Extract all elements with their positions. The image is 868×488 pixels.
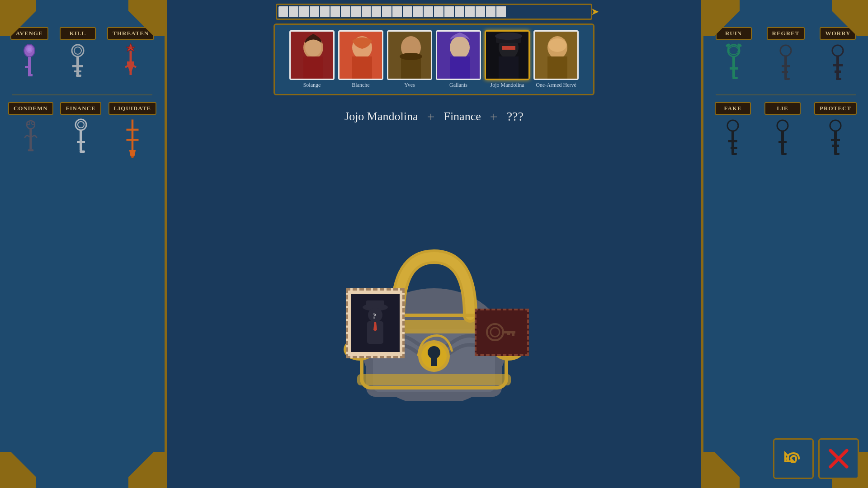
key-condemn-label: CONDEMN (8, 102, 53, 115)
padlock-svg (307, 211, 561, 401)
portrait-illustration-blanche (340, 32, 383, 80)
key-regret-label: REGRET (767, 27, 805, 40)
left-key-row-top: AVENGE KILL (5, 27, 160, 83)
character-card-jojo[interactable]: Jojo Mandolina (485, 30, 530, 89)
portrait-illustration-solange (291, 32, 335, 80)
svg-rect-110 (834, 153, 840, 155)
key-placeholder-icon (484, 319, 520, 346)
key-worry[interactable]: WORRY (820, 27, 856, 83)
character-portrait-jojo (485, 30, 530, 80)
svg-rect-93 (836, 56, 839, 78)
cancel-button[interactable] (818, 438, 859, 479)
padlock-area: ? (307, 124, 561, 488)
svg-rect-21 (28, 149, 33, 151)
key-protect-label: PROTECT (814, 102, 857, 115)
svg-rect-38 (352, 56, 372, 80)
svg-rect-11 (76, 75, 81, 77)
character-portrait-blanche (338, 30, 383, 80)
character-card-yves[interactable]: Yves (387, 30, 432, 89)
svg-rect-101 (731, 153, 737, 155)
character-card-herve[interactable]: One-Armed Hervé (533, 30, 579, 89)
svg-rect-107 (834, 131, 837, 153)
key-condemn[interactable]: CONDEMN (8, 102, 53, 158)
svg-text:?: ? (373, 312, 376, 320)
key-kill-icon (64, 42, 91, 83)
key-finance-icon (67, 117, 94, 158)
svg-point-55 (548, 38, 566, 52)
svg-rect-105 (781, 153, 787, 155)
svg-rect-94 (833, 64, 843, 66)
corner-decoration-br (128, 452, 165, 488)
key-liquidate-label: LIQUIDATE (108, 102, 156, 115)
svg-marker-14 (127, 61, 134, 74)
portrait-illustration-yves (388, 32, 432, 80)
svg-point-22 (75, 119, 86, 130)
svg-rect-104 (778, 141, 787, 143)
svg-rect-84 (732, 56, 735, 77)
puzzle-subject: Jojo Mandolina (344, 110, 418, 123)
character-card-blanche[interactable]: Blanche (338, 30, 383, 89)
key-fake-label: FAKE (715, 102, 751, 115)
character-card-gallants[interactable]: Gallants (436, 30, 481, 89)
key-protect[interactable]: PROTECT (814, 102, 857, 158)
character-area: Solange Blanche Yves Gallants Jojo Mando… (274, 23, 594, 95)
key-regret[interactable]: REGRET (767, 27, 805, 83)
svg-point-106 (830, 120, 841, 131)
svg-rect-100 (731, 147, 737, 149)
key-threaten[interactable]: THREATEN (107, 27, 154, 83)
character-portrait-gallants (436, 30, 481, 80)
puzzle-element: Finance (443, 110, 481, 123)
svg-rect-91 (784, 78, 790, 80)
svg-rect-80 (507, 331, 510, 335)
key-fake[interactable]: FAKE (715, 102, 751, 158)
key-threaten-icon (117, 42, 144, 83)
svg-point-23 (78, 122, 84, 128)
svg-rect-45 (450, 56, 470, 80)
left-key-row-bottom: CONDEMN FINANCE (5, 102, 160, 158)
key-lie-label: LIE (764, 102, 801, 115)
progress-bar-track (278, 6, 590, 17)
puzzle-info: Jojo Mandolina + Finance + ??? (344, 109, 524, 124)
svg-rect-96 (836, 78, 841, 80)
svg-rect-108 (831, 139, 840, 141)
svg-rect-79 (512, 331, 514, 336)
character-portrait-herve (533, 30, 579, 80)
svg-marker-12 (126, 43, 135, 52)
character-name-solange: Solange (303, 82, 321, 89)
progress-arrow: ➤ (591, 6, 599, 18)
progress-segments (278, 6, 590, 17)
key-liquidate[interactable]: LIQUIDATE (108, 102, 156, 158)
undo-button[interactable] (773, 438, 814, 479)
key-finance[interactable]: FINANCE (60, 102, 101, 158)
character-name-jojo: Jojo Mandolina (491, 82, 524, 89)
character-name-herve: One-Armed Hervé (536, 82, 576, 89)
mystery-stamp-inner: ? (351, 294, 400, 352)
key-avenge[interactable]: AVENGE (10, 27, 48, 83)
cancel-icon (825, 445, 852, 472)
svg-point-42 (400, 53, 422, 60)
svg-rect-4 (28, 74, 33, 76)
key-kill[interactable]: KILL (60, 27, 96, 83)
svg-rect-63 (431, 356, 437, 366)
key-ruin-icon (720, 42, 747, 83)
svg-rect-3 (25, 66, 29, 68)
svg-point-77 (491, 328, 500, 337)
svg-rect-25 (77, 141, 85, 143)
key-lie-icon (769, 117, 796, 158)
svg-point-102 (777, 120, 788, 131)
right-key-row-top: RUIN (708, 27, 863, 83)
jojo-silhouette: ? (353, 296, 398, 350)
character-card-solange[interactable]: Solange (289, 30, 335, 89)
key-lie[interactable]: LIE (764, 102, 801, 158)
key-ruin[interactable]: RUIN (716, 27, 752, 83)
svg-point-92 (832, 45, 843, 56)
right-divider (716, 94, 856, 95)
svg-point-7 (74, 47, 81, 54)
svg-point-97 (727, 120, 738, 131)
undo-icon (780, 445, 807, 472)
center-panel: ➤ Solange Blanche Yves Gallants (167, 0, 701, 488)
key-fake-icon (719, 117, 746, 158)
svg-rect-26 (80, 150, 85, 153)
svg-rect-85 (730, 67, 738, 70)
puzzle-plus2: + (490, 109, 498, 124)
